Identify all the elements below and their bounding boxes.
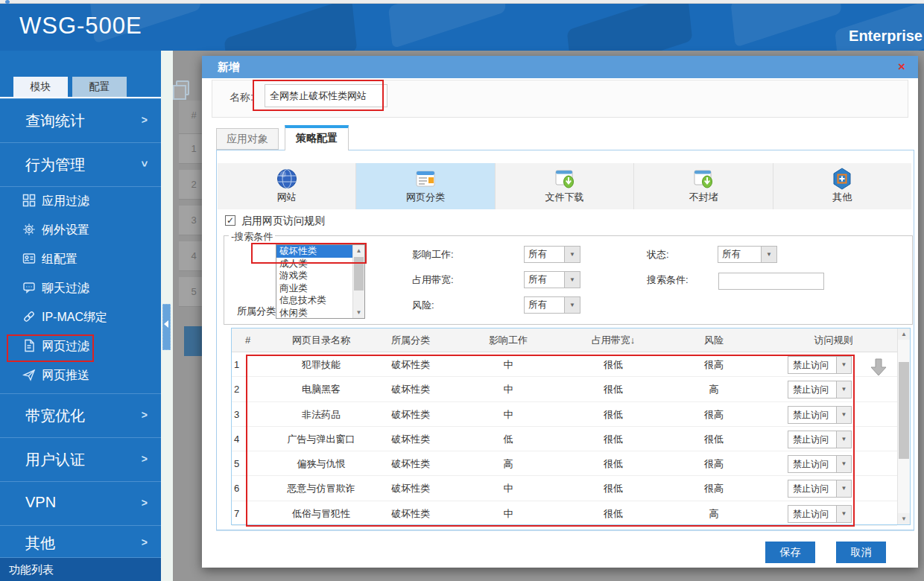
scrollbar-thumb[interactable] — [354, 257, 364, 290]
col-header-access-rule: 访问规则 — [770, 328, 897, 352]
category-no-block[interactable]: 不封堵 — [634, 163, 773, 209]
cell-impact: 中 — [448, 377, 569, 401]
listbox-option[interactable]: 成人类 — [276, 258, 352, 270]
access-rule-select[interactable]: 禁止访问 ▼ — [788, 431, 852, 448]
select-value: 所有 — [722, 249, 741, 259]
access-rule-select[interactable]: 禁止访问 ▼ — [788, 381, 852, 399]
col-header-risk[interactable]: 风险 — [658, 328, 770, 352]
chevron-down-icon: ▼ — [836, 407, 851, 423]
move-down-arrow-icon[interactable] — [869, 358, 888, 377]
category-file-download[interactable]: 文件下载 — [496, 163, 634, 209]
category-other[interactable]: 其他 — [773, 163, 911, 209]
access-rule-select[interactable]: 禁止访问 ▼ — [788, 505, 852, 523]
cell-access-rule: 禁止访问 ▼ — [770, 377, 897, 401]
sidebar-item-web-filter[interactable]: 网页过滤 — [0, 332, 161, 361]
sidebar-item-label: 应用过滤 — [42, 194, 89, 209]
listbox-option[interactable]: 商业类 — [276, 282, 352, 295]
cell-access-rule: 禁止访问 ▼ — [770, 427, 897, 451]
cell-risk: 高 — [658, 501, 770, 525]
access-rule-select[interactable]: 禁止访问 ▼ — [788, 480, 852, 498]
sidebar-section-label: 用户认证 — [25, 450, 85, 470]
table-row: 5 偏狭与仇恨 破坏性类 高 很低 很高 禁止访问 ▼ — [232, 451, 897, 476]
name-label: 名称: — [230, 91, 253, 104]
chevron-down-icon: ▼ — [836, 357, 851, 373]
sidebar-section-vpn[interactable]: VPN > — [0, 481, 161, 524]
category-label: 不封堵 — [634, 191, 772, 204]
scroll-up-icon[interactable]: ▲ — [353, 245, 364, 256]
sidebar-item-web-push[interactable]: 网页推送 — [0, 361, 161, 390]
sidebar-submenu: 应用过滤 例外设置 组配置 聊天过滤 IP-MAC绑定 网页过滤 — [0, 186, 161, 390]
cell-access-rule: 禁止访问 ▼ — [770, 501, 897, 525]
col-header-bandwidth-sorted[interactable]: 占用带宽↓ — [569, 328, 658, 352]
listbox-option[interactable]: 休闲类 — [276, 307, 352, 318]
table-row: 7 低俗与冒犯性 破坏性类 中 很低 高 禁止访问 ▼ — [232, 501, 897, 526]
sidebar-item-group-config[interactable]: 组配置 — [0, 245, 161, 274]
access-rule-select[interactable]: 禁止访问 ▼ — [788, 356, 852, 374]
category-list-label: 所属分类: — [237, 305, 279, 318]
sidebar-footer-function-list[interactable]: 功能列表 — [0, 557, 161, 581]
bandwidth-select[interactable]: 所有 ▼ — [524, 271, 580, 288]
listbox-option[interactable]: 信息技术类 — [276, 294, 352, 307]
sidebar-item-chat-filter[interactable]: 聊天过滤 — [0, 274, 161, 303]
sidebar-section-user-auth[interactable]: 用户认证 > — [0, 437, 161, 480]
select-value: 所有 — [528, 249, 547, 259]
chevron-right-icon: > — [142, 497, 148, 509]
sidebar-section-bandwidth[interactable]: 带宽优化 > — [0, 393, 161, 436]
tab-application-object[interactable]: 应用对象 — [216, 128, 279, 150]
sidebar-section-label: VPN — [25, 494, 56, 511]
other-hexagon-icon — [831, 168, 853, 190]
listbox-scrollbar[interactable]: ▲ ▼ — [352, 245, 364, 318]
chevron-down-icon: ▼ — [836, 456, 851, 472]
listbox-option[interactable]: 游戏类 — [276, 270, 352, 282]
cell-access-rule: 禁止访问 ▼ — [770, 402, 897, 426]
chevron-right-icon: > — [142, 536, 148, 548]
scroll-up-icon[interactable]: ▲ — [898, 328, 910, 340]
category-web-classification[interactable]: 网页分类 — [356, 163, 495, 209]
save-button[interactable]: 保存 — [765, 542, 815, 563]
cell-index: 7 — [232, 501, 269, 525]
scroll-down-icon[interactable]: ▼ — [898, 513, 910, 524]
cell-name: 非法药品 — [269, 402, 373, 426]
enable-rule-checkbox[interactable]: ✓ — [225, 215, 235, 226]
sidebar-item-ip-mac-binding[interactable]: IP-MAC绑定 — [0, 303, 161, 332]
close-icon[interactable]: × — [898, 60, 905, 74]
sidebar-tab-config[interactable]: 配置 — [72, 77, 127, 97]
sidebar-tab-modules[interactable]: 模块 — [13, 77, 68, 97]
scroll-down-icon[interactable]: ▼ — [353, 307, 364, 318]
access-rule-select[interactable]: 禁止访问 ▼ — [788, 455, 852, 473]
cell-risk: 很高 — [658, 451, 770, 475]
keyword-input[interactable] — [718, 273, 824, 290]
sidebar-item-exception-settings[interactable]: 例外设置 — [0, 216, 161, 245]
sidebar-section-other[interactable]: 其他 > — [0, 525, 161, 557]
cell-index: 4 — [232, 427, 269, 451]
select-value: 禁止访问 — [793, 483, 829, 494]
listbox-option[interactable]: 破坏性类 — [276, 245, 352, 258]
policy-name-input[interactable]: 全网禁止破坏性类网站 — [265, 84, 387, 107]
status-select[interactable]: 所有 ▼ — [718, 246, 777, 263]
cell-bandwidth: 很低 — [569, 402, 658, 426]
access-rule-select[interactable]: 禁止访问 ▼ — [788, 406, 852, 424]
category-listbox[interactable]: 破坏性类 成人类 游戏类 商业类 信息技术类 休闲类 ▲ ▼ — [276, 244, 365, 319]
modal-title: 新增 — [218, 60, 240, 74]
impact-select[interactable]: 所有 ▼ — [524, 246, 580, 263]
table-scrollbar[interactable]: ▲ ▼ — [897, 328, 910, 524]
sidebar-section-label: 行为管理 — [25, 155, 85, 175]
sidebar-section-behavior-mgmt[interactable]: 行为管理 > — [0, 142, 161, 185]
scrollbar-thumb[interactable] — [899, 362, 909, 459]
table-row: 6 恶意与仿冒欺诈 破坏性类 中 很低 很高 禁止访问 ▼ — [232, 476, 897, 501]
col-header-category[interactable]: 所属分类 — [373, 328, 448, 352]
cell-bandwidth: 很低 — [569, 352, 658, 376]
risk-select[interactable]: 所有 ▼ — [524, 296, 580, 314]
chevron-right-icon: > — [142, 453, 148, 465]
sidebar-section-query-stats[interactable]: 查询统计 > — [0, 98, 161, 142]
sidebar-item-app-filter[interactable]: 应用过滤 — [0, 187, 161, 216]
banner-texture — [224, 4, 358, 51]
col-header-impact[interactable]: 影响工作 — [448, 328, 569, 352]
cancel-button[interactable]: 取消 — [836, 542, 886, 563]
category-website[interactable]: 网站 — [218, 163, 356, 209]
select-value: 所有 — [528, 274, 547, 285]
enable-rule-label: 启用网页访问规则 — [241, 215, 325, 228]
tab-policy-config[interactable]: 策略配置 — [285, 125, 349, 150]
cell-bandwidth: 很低 — [569, 501, 658, 525]
col-header-name[interactable]: 网页目录名称 — [269, 328, 373, 352]
